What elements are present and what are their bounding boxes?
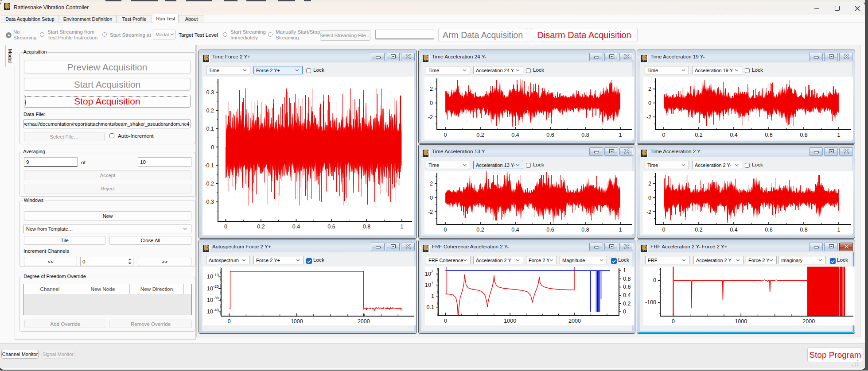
- svg-text:-2: -2: [428, 209, 433, 215]
- svg-text:0.2: 0.2: [206, 108, 214, 114]
- svg-text:10: 10: [425, 282, 431, 288]
- svg-text:-20: -20: [214, 284, 219, 289]
- svg-text:0.4: 0.4: [623, 292, 631, 298]
- svg-text:0: 0: [662, 132, 666, 138]
- svg-text:2: 2: [430, 181, 433, 187]
- svg-text:10: 10: [207, 274, 213, 280]
- svg-text:0: 0: [648, 100, 651, 106]
- svg-text:1000: 1000: [735, 318, 747, 325]
- svg-text:0.2: 0.2: [695, 132, 702, 138]
- svg-text:0.1: 0.1: [427, 304, 434, 310]
- svg-text:2: 2: [430, 86, 433, 92]
- svg-text:-0.2: -0.2: [204, 181, 214, 187]
- svg-text:0: 0: [430, 100, 433, 106]
- svg-text:1: 1: [400, 224, 403, 230]
- svg-text:0.8: 0.8: [581, 132, 589, 138]
- svg-text:0: 0: [444, 227, 447, 233]
- svg-text:1: 1: [837, 227, 841, 233]
- svg-text:1: 1: [623, 267, 626, 274]
- svg-text:0: 0: [672, 318, 675, 325]
- svg-text:2: 2: [431, 270, 433, 274]
- svg-text:0.8: 0.8: [623, 276, 631, 282]
- svg-text:0.1: 0.1: [206, 126, 214, 132]
- svg-text:-0.1: -0.1: [204, 162, 214, 169]
- svg-text:0.4: 0.4: [292, 224, 300, 230]
- svg-text:1: 1: [431, 293, 434, 299]
- svg-text:0: 0: [211, 144, 214, 151]
- svg-text:-2: -2: [646, 114, 651, 120]
- svg-text:10: 10: [207, 297, 213, 303]
- svg-text:0.2: 0.2: [695, 227, 702, 233]
- svg-text:0.4: 0.4: [511, 227, 519, 233]
- svg-text:0.6: 0.6: [623, 284, 631, 290]
- svg-text:0.8: 0.8: [581, 227, 589, 233]
- svg-text:0: 0: [444, 318, 447, 324]
- svg-text:10: 10: [207, 309, 213, 315]
- svg-text:2000: 2000: [802, 318, 815, 325]
- svg-text:0.6: 0.6: [546, 132, 554, 138]
- svg-text:0.2: 0.2: [476, 132, 484, 138]
- svg-text:-0.3: -0.3: [204, 199, 214, 205]
- svg-text:-30: -30: [214, 296, 219, 300]
- svg-text:0.6: 0.6: [765, 132, 772, 138]
- svg-text:0.4: 0.4: [511, 132, 519, 138]
- svg-text:0.4: 0.4: [730, 227, 737, 233]
- svg-text:0.8: 0.8: [363, 224, 370, 230]
- svg-text:2000: 2000: [358, 318, 370, 325]
- svg-text:0.6: 0.6: [546, 227, 554, 233]
- svg-text:0.8: 0.8: [800, 227, 807, 233]
- svg-text:-100: -100: [645, 299, 656, 305]
- svg-text:1000: 1000: [504, 318, 516, 324]
- svg-text:1000: 1000: [291, 318, 303, 325]
- svg-text:1: 1: [431, 281, 433, 285]
- svg-text:0.2: 0.2: [623, 301, 631, 307]
- svg-text:0: 0: [662, 227, 666, 233]
- svg-text:10: 10: [207, 286, 213, 292]
- svg-text:2: 2: [648, 86, 651, 92]
- svg-text:2: 2: [648, 181, 651, 187]
- svg-text:0.6: 0.6: [327, 224, 335, 230]
- svg-text:0: 0: [228, 318, 231, 325]
- svg-text:1: 1: [837, 132, 841, 138]
- svg-text:10: 10: [425, 271, 431, 277]
- svg-text:0.8: 0.8: [800, 132, 807, 138]
- svg-text:0.2: 0.2: [257, 224, 265, 230]
- svg-text:0: 0: [444, 132, 447, 138]
- svg-text:0.2: 0.2: [476, 227, 484, 233]
- svg-text:0.4: 0.4: [730, 132, 737, 138]
- svg-text:-40: -40: [214, 308, 219, 312]
- svg-text:2000: 2000: [568, 318, 581, 324]
- svg-text:0.6: 0.6: [765, 227, 772, 233]
- svg-text:0: 0: [224, 224, 227, 230]
- svg-text:-10: -10: [214, 273, 219, 277]
- svg-text:0: 0: [648, 195, 651, 201]
- svg-text:-2: -2: [428, 114, 433, 120]
- svg-text:-2: -2: [646, 209, 651, 215]
- svg-text:0: 0: [653, 277, 656, 283]
- svg-text:0: 0: [623, 309, 626, 315]
- svg-text:0.3: 0.3: [206, 89, 214, 96]
- svg-text:1: 1: [619, 227, 622, 233]
- svg-text:0: 0: [430, 195, 433, 201]
- svg-text:1: 1: [619, 132, 622, 138]
